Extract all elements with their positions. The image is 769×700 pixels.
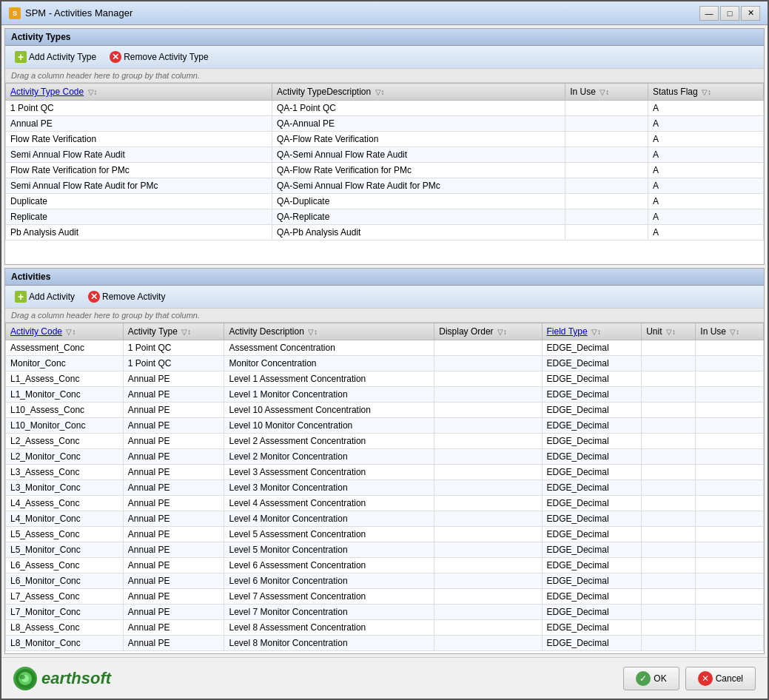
cell-display-order (434, 356, 542, 371)
cell-type: Annual PE (123, 465, 224, 480)
filter-icon: ▽↕ (375, 88, 385, 96)
remove-activity-type-button[interactable]: ✕ Remove Activity Type (104, 49, 214, 65)
table-row[interactable]: L7_Assess_Conc Annual PE Level 7 Assessm… (6, 589, 764, 605)
cell-unit (642, 573, 696, 589)
table-row[interactable]: L8_Monitor_Conc Annual PE Level 8 Monito… (6, 636, 764, 651)
cell-unit (642, 387, 696, 403)
table-row[interactable]: Flow Rate Verification for PMc QA-Flow R… (6, 163, 764, 178)
table-row[interactable]: Duplicate QA-Duplicate A (6, 194, 764, 209)
cell-type: Annual PE (123, 527, 224, 542)
table-row[interactable]: L5_Monitor_Conc Annual PE Level 5 Monito… (6, 542, 764, 558)
cell-status: A (648, 194, 764, 209)
cell-type: Annual PE (123, 387, 224, 403)
cell-unit (642, 605, 696, 620)
add-activity-button[interactable]: + Add Activity (10, 289, 80, 305)
add-icon: + (15, 291, 27, 303)
cell-type: Annual PE (123, 449, 224, 465)
col-status-flag[interactable]: Status Flag ▽↕ (648, 84, 764, 101)
cell-unit (642, 480, 696, 496)
table-row[interactable]: L2_Assess_Conc Annual PE Level 2 Assessm… (6, 434, 764, 449)
cell-in-use (696, 605, 764, 620)
cell-unit (642, 496, 696, 511)
cell-field-type: EDGE_Decimal (542, 418, 642, 434)
main-window: S SPM - Activities Manager — □ ✕ Activit… (0, 0, 769, 700)
cell-unit (642, 542, 696, 558)
activity-types-table: Activity Type Code ▽↕ Activity TypeDescr… (5, 83, 764, 240)
table-row[interactable]: L2_Monitor_Conc Annual PE Level 2 Monito… (6, 449, 764, 465)
cell-status: A (648, 147, 764, 163)
activity-types-drag-hint: Drag a column header here to group by th… (5, 69, 764, 83)
cell-code: L8_Monitor_Conc (6, 636, 124, 651)
cell-display-order (434, 403, 542, 418)
cell-code: L3_Assess_Conc (6, 465, 124, 480)
col-activity-type-code[interactable]: Activity Type Code ▽↕ (6, 84, 272, 101)
col-display-order[interactable]: Display Order ▽↕ (434, 323, 542, 340)
main-content: Activity Types + Add Activity Type ✕ Rem… (1, 25, 768, 657)
cell-description: Level 5 Monitor Concentration (224, 542, 434, 558)
table-row[interactable]: L8_Assess_Conc Annual PE Level 8 Assessm… (6, 620, 764, 636)
cell-type: Annual PE (123, 434, 224, 449)
cell-display-order (434, 496, 542, 511)
col-activity-type[interactable]: Activity Type ▽↕ (123, 323, 224, 340)
col-activity-type-description[interactable]: Activity TypeDescription ▽↕ (272, 84, 565, 101)
col-activity-description[interactable]: Activity Description ▽↕ (224, 323, 434, 340)
window-title: SPM - Activities Manager (25, 7, 132, 18)
table-row[interactable]: L3_Assess_Conc Annual PE Level 3 Assessm… (6, 465, 764, 480)
table-row[interactable]: L4_Monitor_Conc Annual PE Level 4 Monito… (6, 511, 764, 527)
col-field-type[interactable]: Field Type ▽↕ (542, 323, 642, 340)
add-icon: + (15, 51, 27, 63)
add-activity-type-button[interactable]: + Add Activity Type (10, 49, 101, 65)
table-row[interactable]: L1_Assess_Conc Annual PE Level 1 Assessm… (6, 371, 764, 387)
table-row[interactable]: Semi Annual Flow Rate Audit QA-Semi Annu… (6, 147, 764, 163)
cancel-button[interactable]: ✕ Cancel (685, 667, 756, 690)
col-activities-in-use[interactable]: In Use ▽↕ (696, 323, 764, 340)
remove-activity-type-label: Remove Activity Type (124, 52, 209, 62)
table-row[interactable]: L7_Monitor_Conc Annual PE Level 7 Monito… (6, 605, 764, 620)
table-row[interactable]: Flow Rate Verification QA-Flow Rate Veri… (6, 132, 764, 147)
cell-in-use (565, 178, 648, 194)
table-row[interactable]: Semi Annual Flow Rate Audit for PMc QA-S… (6, 178, 764, 194)
cell-field-type: EDGE_Decimal (542, 434, 642, 449)
table-row[interactable]: L10_Assess_Conc Annual PE Level 10 Asses… (6, 403, 764, 418)
cell-field-type: EDGE_Decimal (542, 542, 642, 558)
col-unit[interactable]: Unit ▽↕ (642, 323, 696, 340)
col-activity-code[interactable]: Activity Code ▽↕ (6, 323, 124, 340)
cell-in-use (565, 163, 648, 178)
table-row[interactable]: L6_Monitor_Conc Annual PE Level 6 Monito… (6, 573, 764, 589)
maximize-button[interactable]: □ (720, 6, 739, 21)
table-row[interactable]: L1_Monitor_Conc Annual PE Level 1 Monito… (6, 387, 764, 403)
remove-activity-button[interactable]: ✕ Remove Activity (83, 289, 170, 305)
cell-description: Level 2 Assessment Concentration (224, 434, 434, 449)
cell-code: L5_Assess_Conc (6, 527, 124, 542)
cell-type: Annual PE (123, 558, 224, 573)
activities-section: Activities + Add Activity ✕ Remove Activ… (4, 268, 765, 654)
cell-description: Assessment Concentration (224, 340, 434, 356)
cell-description: QA-Duplicate (272, 194, 565, 209)
table-row[interactable]: L5_Assess_Conc Annual PE Level 5 Assessm… (6, 527, 764, 542)
filter-icon: ▽↕ (666, 328, 676, 336)
table-row[interactable]: Assessment_Conc 1 Point QC Assessment Co… (6, 340, 764, 356)
cell-type: Annual PE (123, 403, 224, 418)
title-bar: S SPM - Activities Manager — □ ✕ (1, 1, 768, 25)
table-row[interactable]: L3_Monitor_Conc Annual PE Level 3 Monito… (6, 480, 764, 496)
cell-description: Level 6 Monitor Concentration (224, 573, 434, 589)
cell-code: L6_Assess_Conc (6, 558, 124, 573)
table-row[interactable]: Annual PE QA-Annual PE A (6, 116, 764, 132)
table-row[interactable]: Replicate QA-Replicate A (6, 209, 764, 225)
table-row[interactable]: L4_Assess_Conc Annual PE Level 4 Assessm… (6, 496, 764, 511)
cell-field-type: EDGE_Decimal (542, 496, 642, 511)
minimize-button[interactable]: — (699, 6, 719, 21)
cell-field-type: EDGE_Decimal (542, 620, 642, 636)
table-row[interactable]: L10_Monitor_Conc Annual PE Level 10 Moni… (6, 418, 764, 434)
cell-type: Annual PE (123, 636, 224, 651)
table-row[interactable]: Monitor_Conc 1 Point QC Monitor Concentr… (6, 356, 764, 371)
cell-unit (642, 636, 696, 651)
close-button[interactable]: ✕ (741, 6, 760, 21)
cell-field-type: EDGE_Decimal (542, 605, 642, 620)
activities-drag-hint: Drag a column header here to group by th… (5, 309, 764, 323)
ok-button[interactable]: ✓ OK (623, 667, 679, 690)
table-row[interactable]: Pb Analysis Audit QA-Pb Analysis Audit A (6, 225, 764, 240)
table-row[interactable]: 1 Point QC QA-1 Point QC A (6, 101, 764, 116)
table-row[interactable]: L6_Assess_Conc Annual PE Level 6 Assessm… (6, 558, 764, 573)
col-in-use[interactable]: In Use ▽↕ (565, 84, 648, 101)
